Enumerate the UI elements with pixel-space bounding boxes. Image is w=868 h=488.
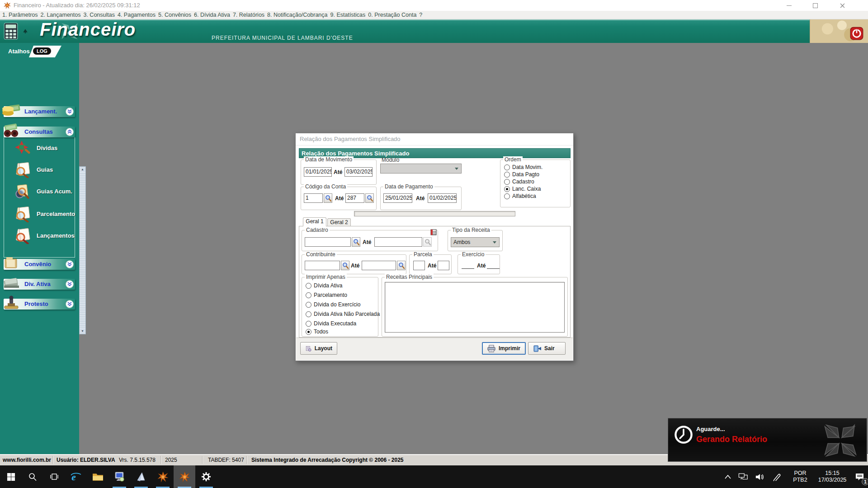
sidebar-group-consultas[interactable]: Consultas [4,127,75,137]
calculator-icon[interactable] [4,23,18,40]
taskbar-search-button[interactable] [22,465,43,488]
data-movimento-to-input[interactable]: 03/02/2025 [344,167,373,177]
scroll-up-arrow-icon[interactable]: ▲ [80,167,85,172]
radio-alfabetica[interactable] [504,193,510,199]
radio-label[interactable]: Dívida Executada [314,320,356,327]
tray-language-switcher[interactable]: POR PTB2 [788,465,813,488]
contribuinte-to-input[interactable] [362,261,396,270]
data-movimento-from-input[interactable]: 01/01/2025 [304,167,332,177]
tab-geral-2[interactable]: Geral 2 [327,218,351,226]
taskbar-prism-app-button[interactable] [130,465,152,488]
taskbar-fiorilli-app-button[interactable] [152,465,174,488]
menu-notificacao-cobranca[interactable]: 8. Notificação/Cobrança [266,12,329,18]
sidebar-item-lancamentos[interactable]: Lançamentos [7,227,73,247]
scroll-down-arrow-icon[interactable]: ▼ [80,328,85,334]
radio-label[interactable]: Alfabética [512,193,536,199]
minimize-button[interactable] [778,0,799,11]
radio-cadastro[interactable] [504,179,510,185]
tab-atalhos[interactable]: Atalhos [8,48,30,55]
exercicio-to-input[interactable] [487,261,500,269]
taskbar-computer-app-button[interactable] [108,465,130,488]
collapse-arrow-icon[interactable] [23,28,28,34]
exercicio-from-input[interactable] [462,261,474,269]
codigo-conta-to-input[interactable]: 287 [345,193,364,203]
power-button-icon[interactable] [850,27,863,40]
sidebar-group-div-ativa[interactable]: Div. Ativa [4,279,75,290]
radio-label[interactable]: Cadastro [512,178,534,185]
sidebar-group-lancamentos[interactable]: Lançament. [4,106,75,117]
dialog-titlebar[interactable]: Relação dos Pagamentos Simplificado [296,133,573,145]
parcela-from-input[interactable] [413,261,425,270]
expand-group-button[interactable] [66,260,74,268]
close-button[interactable] [832,0,853,11]
codigo-conta-from-input[interactable]: 1 [304,193,323,203]
tipo-receita-select[interactable]: Ambos [451,237,500,247]
search-cadastro-from-button[interactable] [352,237,360,247]
expand-group-button[interactable] [66,108,74,116]
content-vertical-scrollbar[interactable]: ▲ ▼ [79,166,86,334]
radio-lanc-caixa[interactable] [504,186,510,192]
restore-button[interactable] [805,0,826,11]
data-pagamento-from-input[interactable]: 25/01/2025 [383,193,412,203]
menu-consultas[interactable]: 3. Consultas [82,12,116,18]
search-contribuinte-from-button[interactable] [341,261,349,270]
search-cadastro-to-button[interactable] [423,237,432,247]
data-pagamento-to-input[interactable]: 01/02/2025 [428,193,457,203]
menu-lancamentos[interactable]: 2. Lançamentos [39,12,82,18]
task-view-button[interactable] [43,465,65,488]
radio-label[interactable]: Dívida Ativa [314,282,342,289]
tray-clock[interactable]: 15:15 17/03/2025 [814,465,851,488]
expand-group-button[interactable] [66,280,74,288]
layout-button[interactable]: Layout [300,342,337,355]
taskbar-settings-button[interactable] [195,465,217,488]
tab-geral-1[interactable]: Geral 1 [303,217,326,226]
taskbar-explorer-button[interactable] [87,465,108,488]
sair-button[interactable]: Sair [528,342,566,355]
menu-help[interactable]: ? [418,12,424,18]
action-center-button[interactable]: 1 [853,465,866,488]
parcela-to-input[interactable] [438,261,449,270]
search-codigo-to-button[interactable] [365,193,374,203]
tray-chevron-button[interactable] [722,465,734,488]
radio-divida-nao-parcelada[interactable] [306,311,311,317]
radio-divida-exercicio[interactable] [306,302,311,308]
tray-volume-button[interactable] [752,465,768,488]
tab-log[interactable]: LOG [33,47,51,55]
contribuinte-from-input[interactable] [305,261,340,270]
radio-divida-executada[interactable] [306,321,311,327]
sidebar-item-guias[interactable]: Guias [7,161,73,181]
radio-todos[interactable] [306,329,311,335]
collapse-group-button[interactable] [66,128,74,136]
search-codigo-from-button[interactable] [324,193,332,203]
cadastro-from-input[interactable] [305,237,351,247]
tray-network-button[interactable] [736,465,750,488]
menu-parametros[interactable]: 1. Parâmetros [1,12,39,18]
sidebar-item-dividas[interactable]: Dívidas [7,139,73,159]
cadastro-list-icon[interactable] [430,229,437,235]
menu-relatorios[interactable]: 7. Relatórios [231,12,266,18]
radio-label[interactable]: Todos [314,328,328,335]
menu-pagamentos[interactable]: 4. Pagamentos [116,12,157,18]
expand-group-button[interactable] [66,300,74,308]
radio-divida-ativa[interactable] [306,283,311,289]
cadastro-to-input[interactable] [374,237,422,247]
tray-pen-button[interactable] [769,465,784,488]
menu-convenios[interactable]: 5. Convênios [157,12,193,18]
taskbar-fiorilli-active-button[interactable] [174,465,195,488]
status-website[interactable]: www.fiorilli.com.br [3,457,51,463]
search-contribuinte-to-button[interactable] [397,261,406,270]
radio-data-pagto[interactable] [504,172,510,178]
radio-label[interactable]: Parcelamento [314,292,347,298]
menu-estatisticas[interactable]: 9. Estatísticas [329,12,367,18]
menu-prestacao-conta[interactable]: 0. Prestação Conta [367,12,418,18]
taskbar-ie-button[interactable]: e [65,465,87,488]
menu-divida-ativa[interactable]: 6. Dívida Ativa [193,12,231,18]
radio-data-movim[interactable] [504,164,510,170]
sidebar-item-guias-acum[interactable]: Guias Acum. [7,183,73,202]
radio-parcelamento[interactable] [306,292,311,298]
radio-label[interactable]: Lanc. Caixa [512,186,541,192]
sidebar-item-parcelamento[interactable]: Parcelamento [7,205,73,225]
start-button[interactable] [0,465,22,488]
radio-label[interactable]: Data Pagto [512,171,539,178]
radio-label[interactable]: Data Movim. [512,164,542,170]
